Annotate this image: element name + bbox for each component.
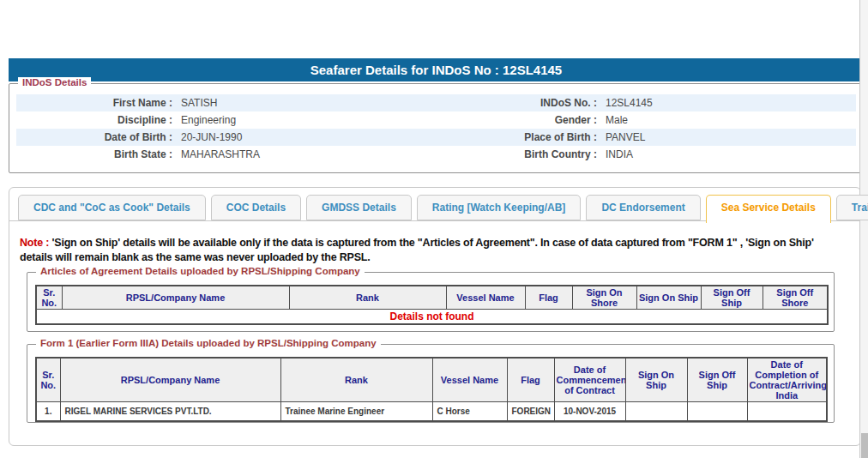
vertical-scrollbar[interactable] xyxy=(859,0,868,458)
form1-data-row: 1. RIGEL MARINE SERVICES PVT.LTD. Traine… xyxy=(36,402,827,421)
place-of-birth-label: Place of Birth : xyxy=(430,129,597,146)
cell-sign-off-ship xyxy=(687,402,747,421)
date-of-birth-label: Date of Birth : xyxy=(16,129,172,146)
discipline-label: Discipline : xyxy=(16,111,172,129)
page-title: Seafarer Details for INDoS No : 12SL4145 xyxy=(9,58,864,81)
form1-legend: Form 1 (Earlier Form IIIA) Details uploa… xyxy=(36,338,381,348)
tab-cdc-coc-as-cook[interactable]: CDC and "CoC as Cook" Details xyxy=(18,195,206,220)
indos-details-legend: INDoS Details xyxy=(18,77,91,87)
col-sign-on-ship: Sign On Ship xyxy=(636,286,701,310)
details-not-found-message: Details not found xyxy=(36,310,828,325)
col-rpsl-company-name: RPSL/Company Name xyxy=(62,286,289,310)
tab-dc-endorsement[interactable]: DC Endorsement xyxy=(586,195,700,220)
tab-content-panel: CDC and "CoC as Cook" Details COC Detail… xyxy=(9,187,861,446)
first-name-label: First Name : xyxy=(16,94,172,111)
discipline-value: Engineering xyxy=(172,111,430,129)
cell-date-of-completion xyxy=(747,402,827,421)
col-sr-no: Sr. No. xyxy=(36,358,60,402)
tab-gmdss-details[interactable]: GMDSS Details xyxy=(306,195,412,220)
indos-row: Birth State : MAHARASHTRA Birth Country … xyxy=(16,146,856,163)
col-sign-off-ship: Sign Off Ship xyxy=(701,286,763,310)
tab-training-details[interactable]: Training Details xyxy=(836,195,868,220)
col-rpsl-company-name: RPSL/Company Name xyxy=(60,358,280,402)
scrollbar-thumb[interactable] xyxy=(861,433,868,458)
col-sign-on-shore: Sign On Shore xyxy=(572,286,636,310)
gender-label: Gender : xyxy=(430,111,597,129)
cell-vessel-name: C Horse xyxy=(432,402,507,421)
cell-rank: Trainee Marine Engineer xyxy=(280,402,432,421)
form1-fieldset: Form 1 (Earlier Form IIIA) Details uploa… xyxy=(27,344,835,423)
birth-state-value: MAHARASHTRA xyxy=(172,146,430,163)
place-of-birth-value: PANVEL xyxy=(597,129,856,146)
gender-value: Male xyxy=(597,111,856,129)
note-label: Note : xyxy=(20,237,49,249)
col-flag: Flag xyxy=(507,358,554,402)
tab-coc-details[interactable]: COC Details xyxy=(211,195,301,220)
tab-bar: CDC and "CoC as Cook" Details COC Detail… xyxy=(18,195,868,223)
col-sign-on-ship: Sign On Ship xyxy=(625,358,687,402)
cell-sr-no: 1. xyxy=(36,402,60,421)
tab-sea-service-details[interactable]: Sea Service Details xyxy=(706,195,831,223)
articles-legend: Articles of Agreement Details uploaded b… xyxy=(36,266,365,276)
indos-no-value: 12SL4145 xyxy=(597,94,856,111)
articles-table: Sr. No. RPSL/Company Name Rank Vessel Na… xyxy=(35,285,829,325)
col-flag: Flag xyxy=(525,286,572,310)
col-sr-no: Sr. No. xyxy=(36,286,62,310)
col-rank: Rank xyxy=(280,358,432,402)
articles-empty-row: Details not found xyxy=(36,310,828,325)
birth-country-value: INDIA xyxy=(597,146,856,163)
cell-sign-on-ship xyxy=(625,402,687,421)
form1-table: Sr. No. RPSL/Company Name Rank Vessel Na… xyxy=(35,357,828,422)
cell-company-name: RIGEL MARINE SERVICES PVT.LTD. xyxy=(60,402,280,421)
col-sign-off-shore: Sign Off Shore xyxy=(763,286,828,310)
col-date-of-commencement: Date of Commencement of Contract xyxy=(554,358,625,402)
note-text: Note : 'Sign on Ship' details will be av… xyxy=(20,236,845,264)
col-vessel-name: Vessel Name xyxy=(446,286,525,310)
date-of-birth-value: 20-JUN-1990 xyxy=(172,129,430,146)
col-sign-off-ship: Sign Off Ship xyxy=(687,358,747,402)
indos-row: Discipline : Engineering Gender : Male xyxy=(16,111,856,129)
tab-rating-watch-keeping[interactable]: Rating [Watch Keeping/AB] xyxy=(417,195,582,220)
cell-date-of-commencement: 10-NOV-2015 xyxy=(554,402,625,421)
indos-no-label: INDoS No. : xyxy=(430,94,597,111)
col-rank: Rank xyxy=(289,286,446,310)
indos-details-fieldset: INDoS Details First Name : SATISH INDoS … xyxy=(9,83,864,173)
note-body: 'Sign on Ship' details will be available… xyxy=(20,237,814,263)
cell-flag: FOREIGN xyxy=(507,402,554,421)
first-name-value: SATISH xyxy=(172,94,430,111)
birth-country-label: Birth Country : xyxy=(430,146,597,163)
col-date-of-completion: Date of Completion of Contract/Arriving … xyxy=(747,358,827,402)
indos-row: First Name : SATISH INDoS No. : 12SL4145 xyxy=(16,94,856,111)
articles-header-row: Sr. No. RPSL/Company Name Rank Vessel Na… xyxy=(36,286,828,310)
col-vessel-name: Vessel Name xyxy=(432,358,507,402)
form1-header-row: Sr. No. RPSL/Company Name Rank Vessel Na… xyxy=(36,358,827,402)
articles-of-agreement-fieldset: Articles of Agreement Details uploaded b… xyxy=(27,272,835,332)
indos-row: Date of Birth : 20-JUN-1990 Place of Bir… xyxy=(16,129,856,146)
birth-state-label: Birth State : xyxy=(16,146,172,163)
